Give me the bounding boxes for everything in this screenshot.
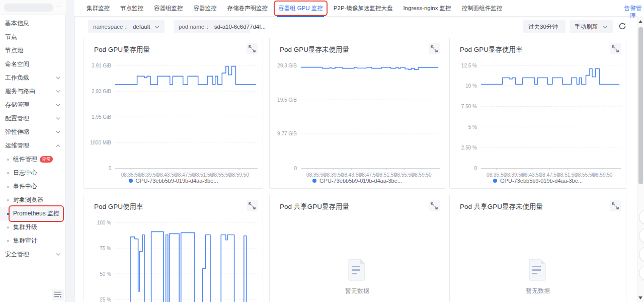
svg-text:10 %: 10 % (465, 83, 477, 89)
svg-text:5 %: 5 % (468, 124, 477, 130)
chart-title: Pod GPU使用率 (94, 202, 143, 211)
sidebar-item-cluster-audit[interactable]: 集群审计 (0, 234, 66, 248)
svg-text:08:59:50: 08:59:50 (412, 172, 432, 178)
sidebar-item-namespaces[interactable]: 命名空间 (0, 57, 66, 71)
sidebar-collapse-icon[interactable] (52, 289, 64, 300)
chevron-up-icon (56, 144, 60, 147)
line-chart: 3.91 GiB2.93 GiB1.95 GiB1000 MiB008:35:5… (84, 38, 264, 189)
time-range-picker[interactable]: 过去30分钟 (523, 20, 566, 33)
chart-title: Pod 共享GPU显存未使用量 (460, 202, 543, 211)
scrollbar-down-icon[interactable] (638, 296, 642, 299)
tab-cluster-monitor[interactable]: 集群监控 (87, 5, 110, 12)
legend-dot-icon (312, 179, 316, 183)
chart-title: Pod GPU显存用量 (94, 45, 150, 54)
chart-card-pod-gpu-util: 100 %75 %50 %25 %008:35:5008:39:5008:43:… (84, 195, 263, 302)
bullet-icon (7, 199, 9, 201)
tab-node-monitor[interactable]: 节点监控 (120, 5, 143, 12)
svg-text:08:43:50: 08:43:50 (342, 172, 361, 178)
svg-text:08:47:50: 08:47:50 (359, 172, 379, 178)
scrollbar-up-icon[interactable] (638, 20, 642, 23)
sidebar-item-storage[interactable]: 存储管理 (0, 98, 66, 112)
svg-text:08:55:50: 08:55:50 (211, 172, 231, 178)
svg-text:08:51:50: 08:51:50 (377, 172, 396, 178)
svg-text:1.95 GiB: 1.95 GiB (92, 114, 111, 120)
tab-pvc-monitor[interactable]: 存储卷声明监控 (227, 5, 268, 12)
chevron-down-icon (56, 103, 60, 107)
tab-pod-monitor[interactable]: 容器组监控 (154, 5, 183, 12)
tab-container-monitor[interactable]: 容器监控 (194, 5, 217, 12)
tab-control-plane-monitor[interactable]: 控制面组件监控 (462, 5, 503, 12)
scrollbar-thumb[interactable] (638, 27, 643, 184)
chevron-down-icon (56, 253, 60, 256)
chevron-down-icon (56, 117, 60, 120)
chevron-down-icon (56, 130, 60, 134)
expand-icon[interactable] (429, 43, 440, 54)
svg-text:08:55:50: 08:55:50 (394, 172, 414, 178)
svg-text:08:35:50: 08:35:50 (487, 172, 506, 178)
svg-text:08:51:50: 08:51:50 (193, 172, 213, 178)
svg-text:08:35:50: 08:35:50 (121, 172, 141, 178)
svg-text:75 %: 75 % (100, 246, 111, 251)
svg-text:0: 0 (294, 166, 297, 171)
sidebar-item-security[interactable]: 安全管理 (0, 248, 66, 261)
chart-card-pod-gpu-mem-util: 12.5 %10 %7.50 %5 %2.50 %008:35:5008:39:… (449, 38, 626, 189)
svg-text:0: 0 (474, 166, 477, 171)
svg-text:3.91 GiB: 3.91 GiB (92, 63, 111, 68)
sidebar-item-object-browser[interactable]: 对象浏览器 (0, 193, 66, 207)
sidebar-item-services-routing[interactable]: 服务与路由 (0, 85, 66, 98)
expand-icon[interactable] (247, 200, 258, 211)
sidebar: ·· 基本信息 节点 节点池 命名空间 工作负载 服务与路由 存储管理 配置管理… (0, 0, 66, 302)
svg-text:08:59:50: 08:59:50 (593, 172, 612, 178)
sidebar-item-addon-management[interactable]: 组件管理异常 (0, 153, 66, 166)
bullet-icon (7, 226, 9, 229)
chart-title: Pod GPU显存未使用量 (280, 45, 349, 54)
sidebar-item-cluster-upgrade[interactable]: 集群升级 (0, 220, 66, 234)
expand-icon[interactable] (610, 200, 621, 211)
line-chart: 12.5 %10 %7.50 %5 %2.50 %008:35:5008:39:… (450, 38, 627, 189)
svg-text:08:43:50: 08:43:50 (157, 172, 177, 178)
sidebar-item-event-center[interactable]: 事件中心 (0, 180, 66, 193)
expand-icon[interactable] (247, 43, 258, 54)
svg-text:08:47:50: 08:47:50 (175, 172, 195, 178)
svg-text:7.50 %: 7.50 % (461, 104, 477, 109)
status-badge-abnormal: 异常 (39, 156, 53, 163)
svg-text:08:51:50: 08:51:50 (557, 172, 577, 178)
no-data-text: 暂无数据 (345, 287, 369, 295)
svg-text:2.50 %: 2.50 % (461, 145, 477, 150)
chart-legend[interactable]: GPU-73ebb5b9-019b-d4aa-3be... (270, 178, 445, 184)
svg-text:1000 MiB: 1000 MiB (90, 140, 112, 145)
chart-title: Pod 共享GPU显存用量 (280, 202, 349, 211)
logo-placeholder (4, 4, 53, 12)
svg-text:08:47:50: 08:47:50 (540, 172, 559, 178)
refresh-icon[interactable] (617, 21, 628, 32)
svg-text:08:43:50: 08:43:50 (522, 172, 542, 178)
empty-state: 暂无数据 (270, 258, 445, 295)
tab-p2p-image-monitor[interactable]: P2P-镜像加速监控大盘 (334, 5, 393, 12)
expand-icon[interactable] (610, 43, 621, 54)
svg-text:08:55:50: 08:55:50 (575, 172, 595, 178)
logo-dots: ·· (56, 4, 62, 10)
namespace-select[interactable]: namespace： default (88, 20, 165, 33)
sidebar-item-basic-info[interactable]: 基本信息 (0, 17, 66, 30)
sidebar-item-workloads[interactable]: 工作负载 (0, 71, 66, 85)
svg-text:08:35:50: 08:35:50 (306, 172, 326, 178)
chart-legend[interactable]: GPU-73ebb5b9-019b-d4aa-3be... (84, 178, 263, 184)
refresh-mode-select[interactable]: 手动刷新 (570, 20, 613, 33)
bullet-icon (7, 213, 9, 215)
sidebar-item-log-center[interactable]: 日志中心 (0, 166, 66, 180)
sidebar-item-autoscaling[interactable]: 弹性伸缩 (0, 125, 66, 139)
sidebar-item-node-pools[interactable]: 节点池 (0, 44, 66, 57)
sidebar-item-ops-management[interactable]: 运维管理 (0, 139, 66, 153)
pod-name-select[interactable]: pod name： sd-a10-6c6d77d4f... (174, 20, 250, 33)
tab-pod-gpu-monitor[interactable]: 容器组 GPU 监控 (278, 5, 323, 12)
expand-icon[interactable] (429, 200, 440, 211)
app-window: ·· 基本信息 节点 节点池 命名空间 工作负载 服务与路由 存储管理 配置管理… (0, 0, 644, 302)
sidebar-item-config[interactable]: 配置管理 (0, 112, 66, 125)
sidebar-item-nodes[interactable]: 节点 (0, 30, 66, 44)
monitor-tabbar: 集群监控 节点监控 容器组监控 容器监控 存储卷声明监控 容器组 GPU 监控 … (74, 0, 637, 17)
chart-legend[interactable]: GPU-73ebb5b9-019b-d4aa-3be... (450, 178, 626, 184)
sidebar-item-prometheus-monitoring[interactable]: Prometheus 监控 (0, 207, 66, 220)
no-data-document-icon (527, 258, 549, 282)
tab-ingress-nginx-monitor[interactable]: Ingress-nginx 监控 (403, 5, 451, 12)
chart-title: Pod GPU显存使用率 (460, 45, 523, 54)
